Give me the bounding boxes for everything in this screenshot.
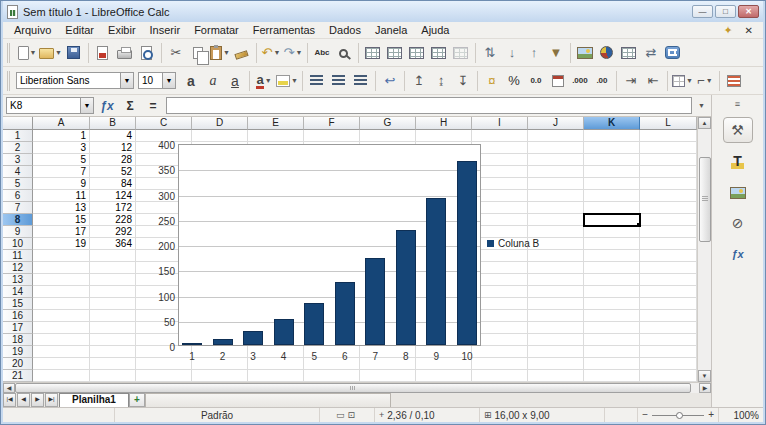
menu-editar[interactable]: Editar <box>58 23 101 37</box>
styles-tab[interactable]: T <box>723 148 753 174</box>
cell-k12[interactable] <box>584 262 640 274</box>
selected-cell-outline[interactable] <box>583 213 641 227</box>
cell-k20[interactable] <box>584 358 640 370</box>
bold-button[interactable]: a <box>180 70 202 92</box>
cell-k6[interactable] <box>584 190 640 202</box>
insert-columns-button[interactable] <box>384 42 406 64</box>
sort-descending-button[interactable]: ↑ <box>523 42 545 64</box>
cell-l4[interactable] <box>640 166 697 178</box>
cell-l5[interactable] <box>640 178 697 190</box>
row-header-18[interactable]: 18 <box>3 334 33 346</box>
font-color-button[interactable]: a▼ <box>253 70 275 92</box>
cell-a4[interactable]: 7 <box>33 166 90 178</box>
cell-b3[interactable]: 28 <box>90 154 136 166</box>
cell-b20[interactable] <box>90 358 136 370</box>
row-header-16[interactable]: 16 <box>3 310 33 322</box>
cell-b12[interactable] <box>90 262 136 274</box>
sidebar-menu-icon[interactable]: ≡ <box>735 95 740 117</box>
first-sheet-button[interactable]: |◀ <box>3 393 16 407</box>
clone-formatting-button[interactable] <box>231 42 253 64</box>
chevron-down-icon[interactable]: ▼ <box>162 73 175 88</box>
zoom-out-icon[interactable]: − <box>642 410 648 420</box>
cell-f21[interactable] <box>304 370 360 382</box>
autofilter-button[interactable]: ▼ <box>545 42 567 64</box>
sheet-tab-planilha1[interactable]: Planilha1 <box>59 393 129 407</box>
cell-l1[interactable] <box>640 130 697 142</box>
cell-a5[interactable]: 9 <box>33 178 90 190</box>
menu-ajuda[interactable]: Ajuda <box>414 23 456 37</box>
insert-image-button[interactable] <box>574 42 596 64</box>
maximize-button[interactable]: □ <box>715 5 736 18</box>
insert-chart-button[interactable] <box>596 42 618 64</box>
percent-format-button[interactable]: % <box>503 70 525 92</box>
menu-janela[interactable]: Janela <box>368 23 414 37</box>
toolbar-grip[interactable] <box>7 43 12 63</box>
chevron-down-icon[interactable]: ▼ <box>295 49 302 56</box>
cut-button[interactable]: ✂ <box>165 42 187 64</box>
cell-d21[interactable] <box>192 370 248 382</box>
cell-a16[interactable] <box>33 310 90 322</box>
currency-format-button[interactable]: ¤ <box>481 70 503 92</box>
cell-a15[interactable] <box>33 298 90 310</box>
close-button[interactable]: ✕ <box>738 5 759 18</box>
conditional-formatting-button[interactable] <box>723 70 745 92</box>
export-pdf-button[interactable] <box>92 42 114 64</box>
cell-l11[interactable] <box>640 250 697 262</box>
cell-k19[interactable] <box>584 346 640 358</box>
cell-k18[interactable] <box>584 334 640 346</box>
save-button[interactable] <box>63 42 85 64</box>
row-header-21[interactable]: 21 <box>3 370 33 382</box>
row-header-17[interactable]: 17 <box>3 322 33 334</box>
cell-a19[interactable] <box>33 346 90 358</box>
font-size-combo[interactable]: 10 ▼ <box>138 72 176 89</box>
chevron-down-icon[interactable]: ▼ <box>706 77 713 84</box>
cell-b1[interactable]: 4 <box>90 130 136 142</box>
add-decimal-button[interactable]: .000 <box>569 70 591 92</box>
row-header-20[interactable]: 20 <box>3 358 33 370</box>
close-document-icon[interactable]: ✕ <box>739 25 759 36</box>
cell-j21[interactable] <box>528 370 584 382</box>
function-wizard-icon[interactable]: ƒx <box>97 99 117 113</box>
column-header-f[interactable]: F <box>304 117 360 130</box>
zoom-slider-handle[interactable] <box>676 412 683 419</box>
spelling-button[interactable]: Abc <box>311 42 333 64</box>
scroll-up-icon[interactable]: ▲ <box>698 117 711 129</box>
functions-tab[interactable]: ƒx <box>723 241 753 267</box>
print-button[interactable] <box>114 42 136 64</box>
chevron-down-icon[interactable]: ▼ <box>265 77 272 84</box>
column-header-g[interactable]: G <box>360 117 416 130</box>
column-header-d[interactable]: D <box>192 117 248 130</box>
align-left-button[interactable] <box>306 70 328 92</box>
chevron-down-icon[interactable]: ▼ <box>55 49 62 56</box>
zoom-in-icon[interactable]: + <box>708 410 714 420</box>
cell-k17[interactable] <box>584 322 640 334</box>
cell-a7[interactable]: 13 <box>33 202 90 214</box>
cell-k1[interactable] <box>584 130 640 142</box>
italic-button[interactable]: a <box>202 70 224 92</box>
cell-a12[interactable] <box>33 262 90 274</box>
cell-k21[interactable] <box>584 370 640 382</box>
column-header-i[interactable]: I <box>472 117 528 130</box>
last-sheet-button[interactable]: ▶| <box>45 393 58 407</box>
add-sheet-button[interactable]: + <box>129 393 145 407</box>
cell-b11[interactable] <box>90 250 136 262</box>
page-style-segment[interactable]: Padrão <box>115 408 320 422</box>
cell-b6[interactable]: 124 <box>90 190 136 202</box>
cell-k11[interactable] <box>584 250 640 262</box>
number-format-button[interactable]: 0.0 <box>525 70 547 92</box>
cell-l10[interactable] <box>640 238 697 250</box>
cell-k4[interactable] <box>584 166 640 178</box>
wrap-text-button[interactable]: ↩ <box>379 70 401 92</box>
row-header-10[interactable]: 10 <box>3 238 33 250</box>
cell-l13[interactable] <box>640 274 697 286</box>
navigator-tab[interactable]: ⊘ <box>723 210 753 236</box>
column-header-j[interactable]: J <box>528 117 584 130</box>
customize-icon[interactable]: ✦ <box>717 24 738 37</box>
row-header-9[interactable]: 9 <box>3 226 33 238</box>
delete-decimal-button[interactable]: .00 <box>591 70 613 92</box>
cell-b2[interactable]: 12 <box>90 142 136 154</box>
row-header-7[interactable]: 7 <box>3 202 33 214</box>
date-format-button[interactable] <box>547 70 569 92</box>
chevron-down-icon[interactable]: ▼ <box>80 98 93 113</box>
sort-ascending-button[interactable]: ↓ <box>501 42 523 64</box>
